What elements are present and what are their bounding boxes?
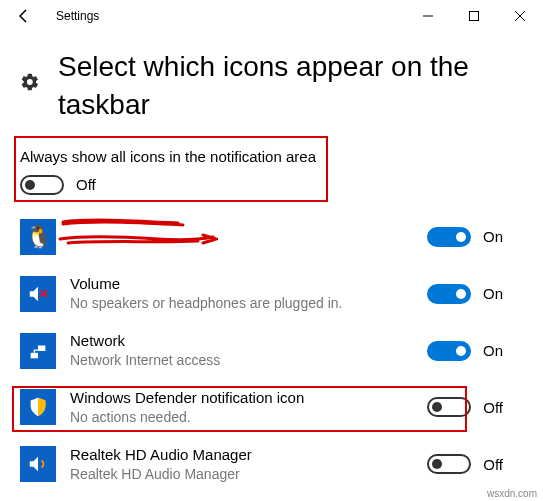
item-subtitle: Network Internet access [70, 352, 427, 369]
svg-rect-1 [470, 12, 479, 21]
defender-icon-tile [20, 389, 56, 425]
item-toggle[interactable] [427, 341, 471, 361]
always-show-section: Always show all icons in the notificatio… [20, 148, 523, 195]
item-toggle[interactable] [427, 454, 471, 474]
item-state: On [483, 342, 503, 359]
redaction-scribble [58, 215, 218, 253]
list-item: Network Network Internet access On [20, 322, 523, 379]
titlebar: Settings [0, 0, 543, 32]
always-show-toggle[interactable] [20, 175, 64, 195]
network-icon [27, 340, 49, 362]
watermark: wsxdn.com [487, 488, 537, 499]
list-item: 🐧 [redacted] [redacted] On [20, 209, 523, 266]
volume-icon-tile [20, 276, 56, 312]
list-item: Realtek HD Audio Manager Realtek HD Audi… [20, 436, 523, 493]
window-controls [405, 0, 543, 32]
list-item: Windows Defender notification icon No ac… [20, 379, 523, 436]
list-item: Volume No speakers or headphones are plu… [20, 265, 523, 322]
item-state: On [483, 285, 503, 302]
minimize-button[interactable] [405, 0, 451, 32]
gear-icon [20, 72, 40, 96]
item-toggle[interactable] [427, 227, 471, 247]
volume-muted-icon [27, 283, 49, 305]
item-state: Off [483, 456, 503, 473]
svg-rect-6 [31, 352, 38, 358]
penguin-icon: 🐧 [25, 224, 52, 250]
maximize-button[interactable] [451, 0, 497, 32]
item-title: Windows Defender notification icon [70, 389, 427, 407]
minimize-icon [423, 11, 433, 21]
always-show-state: Off [76, 176, 96, 193]
app-icon: 🐧 [20, 219, 56, 255]
item-toggle[interactable] [427, 284, 471, 304]
close-button[interactable] [497, 0, 543, 32]
page-title: Select which icons appear on the taskbar [58, 48, 523, 124]
item-subtitle: No speakers or headphones are plugged in… [70, 295, 427, 312]
window-title: Settings [56, 9, 99, 23]
item-title: Volume [70, 275, 427, 293]
item-toggle[interactable] [427, 397, 471, 417]
always-show-label: Always show all icons in the notificatio… [20, 148, 523, 165]
realtek-icon-tile [20, 446, 56, 482]
item-subtitle: Realtek HD Audio Manager [70, 466, 427, 483]
item-state: Off [483, 399, 503, 416]
item-title: Realtek HD Audio Manager [70, 446, 427, 464]
shield-icon [27, 396, 49, 418]
item-title: Network [70, 332, 427, 350]
close-icon [515, 11, 525, 21]
item-subtitle: No actions needed. [70, 409, 427, 426]
content: Select which icons appear on the taskbar… [0, 32, 543, 493]
icon-list: 🐧 [redacted] [redacted] On Volu [20, 209, 523, 493]
network-icon-tile [20, 333, 56, 369]
speaker-icon [27, 453, 49, 475]
back-button[interactable] [0, 0, 48, 32]
item-state: On [483, 228, 503, 245]
maximize-icon [469, 11, 479, 21]
arrow-left-icon [16, 8, 32, 24]
